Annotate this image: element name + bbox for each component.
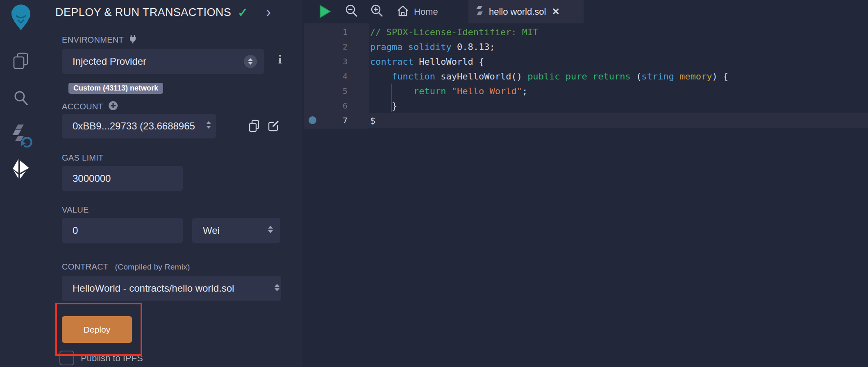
solidity-compiler-icon[interactable] [0, 123, 41, 147]
code-token: // SPDX-License-Identifier: MIT [370, 27, 539, 37]
home-tab[interactable]: Home [397, 5, 438, 19]
panel-header: DEPLOY & RUN TRANSACTIONS ✓ › [55, 3, 287, 21]
code-token [370, 71, 392, 82]
code-token [370, 86, 414, 96]
code-line[interactable]: 1// SPDX-License-Identifier: MIT [303, 25, 868, 39]
file-explorer-icon[interactable] [0, 52, 41, 70]
panel-title: DEPLOY & RUN TRANSACTIONS [55, 6, 231, 19]
code-text: // SPDX-License-Identifier: MIT [370, 27, 539, 37]
account-value: 0xBB9...29733 (23.6688965 [62, 120, 195, 132]
line-number[interactable]: 4 [303, 71, 348, 81]
chevron-updown-icon[interactable] [206, 121, 211, 129]
contract-select[interactable]: HelloWorld - contracts/hello world.sol [62, 276, 281, 301]
environment-value: Injected Provider [62, 56, 146, 67]
code-line[interactable]: 6 } [303, 98, 868, 113]
deploy-and-run-icon[interactable] [0, 159, 41, 179]
line-number[interactable]: 6 [303, 101, 348, 111]
file-tab[interactable]: hello world.sol ✕ [468, 0, 584, 23]
code-text: contract HelloWorld { [370, 57, 484, 67]
value-unit-select[interactable]: Wei [192, 218, 280, 243]
icon-sidebar [0, 0, 42, 367]
value-amount: 0 [62, 225, 78, 236]
gas-limit-value: 3000000 [62, 173, 111, 184]
publish-ipfs-checkbox[interactable] [59, 351, 74, 365]
code-token: $ [370, 116, 375, 126]
remix-logo-icon[interactable] [0, 3, 41, 30]
zoom-in-icon[interactable] [370, 4, 384, 20]
remix-ide-window: DEPLOY & RUN TRANSACTIONS ✓ › ENVIRONMEN… [0, 0, 868, 367]
code-token: pragma solidity [370, 42, 457, 52]
copy-account-icon[interactable] [248, 120, 260, 134]
account-label-row: ACCOUNT [62, 101, 118, 113]
code-token: return [414, 86, 452, 96]
code-token: memory [679, 71, 712, 82]
solidity-file-icon [476, 6, 484, 18]
code-lines: 1// SPDX-License-Identifier: MIT2pragma … [303, 25, 868, 128]
publish-ipfs-label: Publish to IPFS [81, 353, 143, 364]
network-badge: Custom (43113) network [68, 83, 163, 94]
code-token [674, 71, 679, 82]
code-text: pragma solidity 0.8.13; [370, 42, 495, 52]
code-text: } [370, 101, 397, 111]
home-icon [397, 5, 409, 19]
add-account-icon[interactable] [108, 101, 118, 113]
code-token: string [641, 71, 674, 82]
code-line[interactable]: 7$ [303, 113, 868, 128]
contract-label: CONTRACT [62, 262, 109, 272]
contract-value: HelloWorld - contracts/hello world.sol [62, 283, 234, 294]
code-line[interactable]: 4 function sayHelloWorld() public pure r… [303, 69, 868, 84]
code-text: return "Hello World"; [370, 86, 527, 96]
environment-label: ENVIRONMENT [62, 35, 124, 45]
value-input[interactable]: 0 [62, 218, 183, 243]
contract-label-row: CONTRACT (Compiled by Remix) [62, 262, 190, 272]
line-number[interactable]: 3 [303, 57, 348, 66]
code-line[interactable]: 3contract HelloWorld { [303, 54, 868, 69]
code-token: public pure returns [527, 71, 636, 82]
value-unit: Wei [192, 225, 220, 236]
environment-select[interactable]: Injected Provider [62, 49, 264, 74]
home-label: Home [414, 7, 438, 17]
file-tab-label: hello world.sol [489, 7, 546, 17]
code-token: sayHelloWorld() [441, 71, 527, 82]
close-icon[interactable]: ✕ [552, 6, 559, 17]
line-number[interactable]: 7 [303, 116, 348, 125]
code-token: HelloWorld { [419, 57, 484, 67]
value-label: VALUE [62, 205, 89, 215]
code-text: $ [370, 116, 375, 126]
deploy-run-panel: DEPLOY & RUN TRANSACTIONS ✓ › ENVIRONMEN… [41, 0, 303, 367]
code-token: } [370, 101, 397, 111]
line-number[interactable]: 2 [303, 42, 348, 52]
search-icon[interactable] [0, 90, 41, 106]
info-icon[interactable]: i [278, 52, 282, 66]
gas-limit-input[interactable]: 3000000 [62, 166, 183, 191]
chevron-updown-icon[interactable] [244, 55, 257, 68]
line-number[interactable]: 1 [303, 27, 348, 37]
code-text: function sayHelloWorld() public pure ret… [370, 71, 728, 82]
chevron-updown-icon[interactable] [268, 226, 273, 233]
code-token: ( [636, 71, 641, 82]
collapse-chevron-icon[interactable]: › [266, 5, 271, 20]
line-number[interactable]: 5 [303, 86, 348, 96]
code-token: ) { [712, 71, 729, 82]
code-token: 0.8.13; [457, 42, 495, 52]
code-token: ; [522, 86, 527, 96]
code-line[interactable]: 2pragma solidity 0.8.13; [303, 39, 868, 54]
code-token: contract [370, 57, 419, 67]
run-script-icon[interactable] [319, 5, 331, 20]
account-label: ACCOUNT [62, 102, 103, 111]
code-token: "Hello World" [452, 86, 522, 96]
deploy-button[interactable]: Deploy [62, 316, 132, 343]
edit-account-icon[interactable] [268, 120, 280, 134]
environment-label-row: ENVIRONMENT [62, 34, 137, 45]
gas-limit-label: GAS LIMIT [62, 153, 104, 163]
code-editor: Home hello world.sol ✕ 1// SPDX-License-… [303, 0, 868, 367]
account-select[interactable]: 0xBB9...29733 (23.6688965 [62, 114, 216, 138]
chevron-updown-icon[interactable] [275, 284, 279, 291]
code-token: function [392, 71, 441, 82]
check-icon: ✓ [238, 5, 248, 20]
plug-icon [129, 34, 137, 45]
code-line[interactable]: 5 return "Hello World"; [303, 84, 868, 98]
zoom-out-icon[interactable] [345, 4, 359, 20]
contract-sublabel: (Compiled by Remix) [115, 263, 190, 272]
